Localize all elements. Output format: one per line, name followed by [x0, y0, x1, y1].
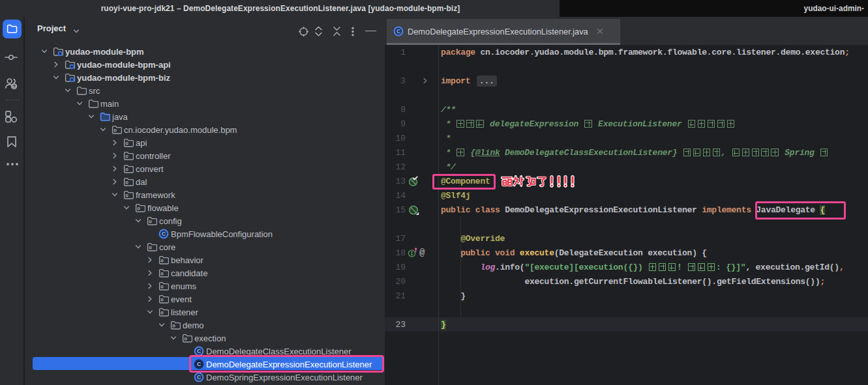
svg-text:C: C	[196, 348, 200, 354]
svg-text:?: ?	[12, 83, 16, 90]
svg-text:C: C	[161, 231, 165, 237]
svg-text:C: C	[397, 28, 400, 35]
svg-text:C: C	[196, 374, 200, 380]
